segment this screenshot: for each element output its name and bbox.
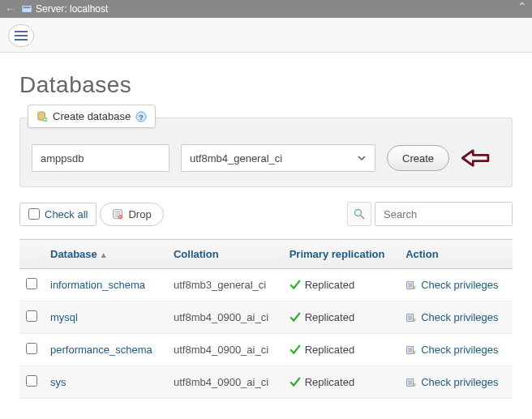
column-checkbox [19, 240, 44, 269]
collapse-icon[interactable]: ⌃ [517, 0, 527, 13]
collation-cell: utf8mb4_0900_ai_ci [167, 301, 283, 334]
check-privileges-link[interactable]: Check privileges [421, 344, 498, 356]
replication-cell: Replicated [290, 344, 393, 356]
column-replication[interactable]: Primary replication [283, 240, 399, 269]
column-database[interactable]: Database▲ [44, 240, 167, 269]
help-icon[interactable]: ? [135, 111, 147, 122]
drop-label: Drop [128, 208, 151, 220]
check-privileges-link[interactable]: Check privileges [421, 279, 498, 291]
server-icon [21, 4, 32, 14]
table-row: performance_schemautf8mb4_0900_ai_ciRepl… [19, 334, 513, 366]
collation-cell: utf8mb4_0900_ai_ci [167, 366, 283, 399]
collation-select[interactable]: utf8mb4_general_ci [181, 144, 375, 172]
server-label: Server: localhost [36, 3, 108, 15]
check-icon [290, 344, 301, 356]
column-action: Action [399, 240, 513, 269]
replication-cell: Replicated [290, 376, 393, 388]
breadcrumb-bar: ← Server: localhost ⌃ [0, 0, 532, 18]
table-row: information_schemautf8mb3_general_ciRepl… [19, 269, 513, 301]
check-privileges-link[interactable]: Check privileges [421, 376, 498, 388]
svg-text:?: ? [139, 113, 143, 121]
create-button[interactable]: Create [387, 145, 449, 171]
svg-point-8 [355, 210, 362, 216]
row-checkbox[interactable] [26, 343, 37, 354]
row-checkbox[interactable] [26, 310, 37, 322]
sort-asc-icon: ▲ [100, 250, 108, 259]
row-checkbox[interactable] [26, 375, 37, 387]
check-icon [290, 377, 301, 388]
create-database-label: Create database [53, 110, 131, 122]
database-name-link[interactable]: sys [50, 376, 66, 388]
chevron-down-icon [357, 153, 367, 163]
check-all-checkbox[interactable] [28, 208, 40, 220]
create-database-panel: Create database ? utf8mb4_general_ci Cre… [19, 118, 513, 187]
database-table: Database▲ Collation Primary replication … [19, 239, 513, 399]
search-input[interactable] [375, 202, 513, 226]
column-collation[interactable]: Collation [167, 240, 283, 269]
svg-rect-1 [24, 6, 31, 8]
database-add-icon [36, 111, 48, 122]
collation-value: utf8mb4_general_ci [190, 152, 282, 165]
search-icon-box [347, 202, 371, 226]
create-database-tab: Create database ? [28, 105, 156, 128]
privileges-icon [405, 312, 417, 323]
pointer-arrow-icon [461, 148, 491, 169]
row-checkbox[interactable] [26, 278, 37, 289]
table-row: sysutf8mb4_0900_ai_ciReplicatedCheck pri… [19, 366, 513, 399]
svg-rect-0 [22, 6, 32, 13]
table-row: mysqlutf8mb4_0900_ai_ciReplicatedCheck p… [19, 301, 513, 334]
database-name-link[interactable]: mysql [50, 311, 78, 323]
drop-button[interactable]: Drop [100, 203, 163, 226]
collation-cell: utf8mb3_general_ci [167, 269, 283, 301]
check-all-label: Check all [45, 208, 88, 220]
database-name-input[interactable] [32, 144, 169, 172]
menu-button[interactable] [8, 24, 34, 47]
bulk-actions-row: Check all Drop [19, 202, 513, 226]
privileges-icon [405, 377, 417, 388]
collation-cell: utf8mb4_0900_ai_ci [167, 334, 283, 366]
check-privileges-link[interactable]: Check privileges [421, 311, 498, 323]
check-icon [290, 312, 301, 323]
check-all-control[interactable]: Check all [19, 203, 97, 226]
database-name-link[interactable]: information_schema [50, 279, 145, 291]
check-icon [290, 280, 301, 291]
replication-cell: Replicated [290, 311, 393, 323]
privileges-icon [405, 280, 417, 291]
replication-cell: Replicated [290, 279, 393, 291]
database-name-link[interactable]: performance_schema [50, 344, 152, 356]
back-icon[interactable]: ← [5, 2, 16, 15]
privileges-icon [405, 344, 417, 356]
toolbar [0, 18, 532, 53]
page-title: Databases [19, 72, 513, 98]
drop-icon [112, 208, 123, 220]
search-icon [353, 207, 366, 220]
